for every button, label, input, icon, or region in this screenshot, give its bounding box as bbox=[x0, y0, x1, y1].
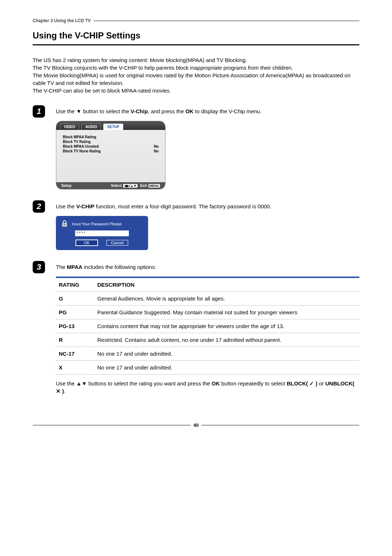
intro-line: The US has 2 rating system for viewing c… bbox=[33, 56, 359, 64]
osd-content: Block MPAA Rating Block TV Rating Block … bbox=[56, 130, 165, 182]
osd-row[interactable]: Block MPAA UnratedNo bbox=[63, 144, 159, 148]
intro-line: The TV Blocking conjuncts with the V-CHI… bbox=[33, 64, 359, 71]
table-row: XNo one 17 and under admitted. bbox=[56, 361, 359, 375]
footer-rule-right bbox=[201, 425, 359, 425]
header-rule bbox=[94, 21, 359, 21]
step-badge-3: 3 bbox=[33, 261, 45, 273]
password-title: Inout Your Password Please bbox=[72, 222, 122, 226]
osd-footer-left: Setup bbox=[61, 184, 72, 188]
table-row: RRestricted. Contains adult content, no … bbox=[56, 333, 359, 347]
arrows-key-icon: ◀▶/▲▼ bbox=[123, 184, 138, 188]
step2-text: Use the V-CHIP function, must enter a fo… bbox=[56, 203, 359, 210]
chapter-header: Chapter 3 Using the LCD TV bbox=[33, 18, 91, 23]
table-row: NC-17No one 17 and under admitted. bbox=[56, 347, 359, 361]
password-input[interactable]: * * * * bbox=[75, 230, 129, 236]
intro-line: The V-CHIP can also be set to block MPAA… bbox=[33, 87, 359, 94]
footer-rule-left bbox=[33, 425, 191, 425]
osd-tabs: VIDEO AUDIO SETUP bbox=[56, 121, 165, 130]
table-header-row: RATING DESCRIPTION bbox=[56, 278, 359, 292]
th-description: DESCRIPTION bbox=[94, 278, 359, 292]
svg-point-1 bbox=[64, 224, 65, 225]
password-dialog: Inout Your Password Please * * * * OK Ca… bbox=[56, 216, 148, 250]
password-header: Inout Your Password Please bbox=[60, 220, 144, 228]
osd-row[interactable]: Block TV None RatingNo bbox=[63, 149, 159, 153]
table-row: PGParental Guidance Suggested. May conta… bbox=[56, 306, 359, 319]
step-badge-1: 1 bbox=[33, 105, 45, 118]
table-row: PG-13Contains content that may not be ap… bbox=[56, 319, 359, 333]
title-rule bbox=[33, 44, 359, 45]
password-ok-button[interactable]: OK bbox=[76, 240, 98, 246]
chapter-header-line: Chapter 3 Using the LCD TV bbox=[33, 18, 359, 23]
osd-row[interactable]: Block TV Rating bbox=[63, 140, 159, 144]
menu-key-icon: MENU bbox=[148, 184, 160, 188]
step-3: 3 The MPAA includes the following option… bbox=[33, 261, 359, 401]
ratings-table-wrap: RATING DESCRIPTION GGeneral Audiences. M… bbox=[56, 277, 359, 375]
password-cancel-button[interactable]: Cancel bbox=[106, 240, 128, 246]
th-rating: RATING bbox=[56, 278, 94, 292]
page-number: 40 bbox=[193, 422, 199, 428]
page-footer: 40 bbox=[33, 422, 359, 428]
osd-tab-video[interactable]: VIDEO bbox=[60, 123, 79, 130]
step3-text: The MPAA includes the following options: bbox=[56, 263, 359, 271]
step-badge-2: 2 bbox=[33, 200, 45, 213]
osd-row[interactable]: Block MPAA Rating bbox=[63, 135, 159, 139]
page-title: Using the V-CHIP Settings bbox=[33, 30, 359, 41]
table-row: GGeneral Audiences. Movie is appropriate… bbox=[56, 292, 359, 306]
ratings-table: RATING DESCRIPTION GGeneral Audiences. M… bbox=[56, 278, 359, 375]
step-2: 2 Use the V-CHIP function, must enter a … bbox=[33, 200, 359, 250]
step-1: 1 Use the ▼ button to select the V-Chip,… bbox=[33, 105, 359, 189]
intro-block: The US has 2 rating system for viewing c… bbox=[33, 56, 359, 94]
osd-menu: VIDEO AUDIO SETUP Block MPAA Rating Bloc… bbox=[56, 121, 166, 189]
osd-footer: Setup Select◀▶/▲▼ ExitMENU bbox=[56, 182, 165, 189]
step1-text: Use the ▼ button to select the V-Chip, a… bbox=[56, 107, 359, 115]
password-buttons: OK Cancel bbox=[60, 240, 144, 246]
osd-tab-audio[interactable]: AUDIO bbox=[81, 123, 101, 130]
intro-line: The Movie blocking(MPAA) is used for ori… bbox=[33, 71, 359, 87]
osd-tab-setup[interactable]: SETUP bbox=[103, 123, 123, 130]
tail-text: Use the ▲▼ buttons to select the rating … bbox=[56, 380, 359, 395]
lock-key-icon bbox=[60, 220, 69, 228]
osd-footer-controls: Select◀▶/▲▼ ExitMENU bbox=[110, 184, 160, 188]
